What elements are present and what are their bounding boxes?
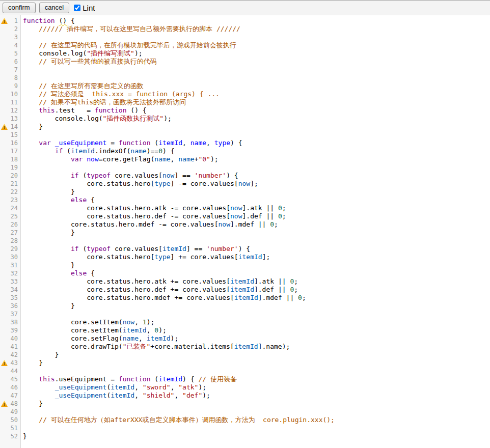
code-text — [20, 408, 490, 416]
line-number: 24 — [9, 204, 20, 212]
code-line[interactable]: 19 — [0, 163, 490, 172]
code-line[interactable]: 12 this.test = function () { — [0, 106, 490, 115]
warning-triangle-icon[interactable] — [1, 401, 8, 407]
code-line[interactable]: 14 } — [0, 123, 490, 131]
code-line[interactable]: 5 console.log("插件编写测试"); — [0, 49, 490, 58]
gutter-marker — [0, 375, 9, 383]
code-text: _useEquipment(itemId, "shield", "def"); — [20, 391, 490, 400]
line-number: 29 — [9, 245, 20, 253]
code-line[interactable]: 37 — [0, 310, 490, 318]
confirm-button[interactable]: confirm — [3, 3, 36, 13]
line-number: 46 — [9, 383, 20, 391]
code-line[interactable]: 10 // 写法必须是 this.xxx = function (args) {… — [0, 90, 490, 98]
code-text — [20, 310, 490, 318]
code-text: } — [20, 432, 490, 440]
warning-triangle-icon[interactable] — [1, 18, 8, 24]
line-number: 26 — [9, 220, 20, 229]
code-line[interactable]: 17 if (itemId.indexOf(name)==0) { — [0, 147, 490, 155]
line-number: 51 — [9, 424, 20, 432]
code-line[interactable]: 7 — [0, 66, 490, 74]
code-line[interactable]: 48 } — [0, 400, 490, 408]
code-line[interactable]: 21 core.status.hero[type] -= core.values… — [0, 180, 490, 188]
gutter-marker — [0, 212, 9, 220]
gutter-marker — [0, 139, 9, 147]
code-line[interactable]: 28 — [0, 237, 490, 245]
code-line[interactable]: 49 — [0, 408, 490, 416]
code-text: } — [20, 188, 490, 196]
code-line[interactable]: 18 var now=core.getFlag(name, name+"0"); — [0, 155, 490, 163]
lint-warning-marker[interactable] — [0, 123, 9, 131]
line-number: 3 — [9, 33, 20, 41]
gutter-marker — [0, 302, 9, 310]
code-line[interactable]: 47 _useEquipment(itemId, "shield", "def"… — [0, 391, 490, 400]
gutter-marker — [0, 196, 9, 204]
code-line[interactable]: 33 core.status.hero.atk += core.values[i… — [0, 277, 490, 286]
code-line[interactable]: 44 — [0, 367, 490, 375]
code-line[interactable]: 25 core.status.hero.def -= core.values[n… — [0, 212, 490, 220]
gutter-marker — [0, 391, 9, 400]
warning-triangle-icon[interactable] — [1, 124, 8, 130]
code-line[interactable]: 35 core.status.hero.mdef += core.values[… — [0, 294, 490, 302]
code-text: core.setItem(now, 1); — [20, 318, 490, 326]
lint-warning-marker[interactable] — [0, 400, 9, 408]
warning-triangle-icon[interactable] — [1, 360, 8, 366]
code-line[interactable]: 41 core.drawTip("已装备"+core.material.item… — [0, 343, 490, 351]
code-line[interactable]: 34 core.status.hero.def += core.values[i… — [0, 286, 490, 294]
code-text — [20, 424, 490, 432]
code-text: core.status.hero[type] -= core.values[no… — [20, 180, 490, 188]
code-line[interactable]: 26 core.status.hero.mdef -= core.values[… — [0, 220, 490, 229]
code-line[interactable]: 45 this.useEquipment = function (itemId)… — [0, 375, 490, 383]
code-line[interactable]: 20 if (typeof core.values[now] == 'numbe… — [0, 172, 490, 180]
gutter-marker — [0, 147, 9, 155]
line-number: 39 — [9, 326, 20, 334]
line-number: 21 — [9, 180, 20, 188]
line-number: 43 — [9, 359, 20, 367]
code-line[interactable]: 8 — [0, 74, 490, 82]
code-line[interactable]: 32 else { — [0, 269, 490, 277]
code-line[interactable]: 1function () { — [0, 17, 490, 25]
code-line[interactable]: 43 } — [0, 359, 490, 367]
line-number: 41 — [9, 343, 20, 351]
code-line[interactable]: 16 var _useEquipment = function (itemId,… — [0, 139, 490, 147]
gutter-marker — [0, 326, 9, 334]
gutter-marker — [0, 416, 9, 424]
code-text: console.log("插件函数执行测试"); — [20, 115, 490, 123]
code-line[interactable]: 51 — [0, 424, 490, 432]
code-text: var _useEquipment = function (itemId, na… — [20, 139, 490, 147]
code-line[interactable]: 23 else { — [0, 196, 490, 204]
code-line[interactable]: 2 ////// 插件编写，可以在这里写自己额外需要执行的脚本 ////// — [0, 25, 490, 33]
lint-warning-marker[interactable] — [0, 359, 9, 367]
code-line[interactable]: 11 // 如果不写this的话，函数将无法被外部所访问 — [0, 98, 490, 106]
lint-checkbox[interactable] — [74, 5, 80, 11]
code-line[interactable]: 4 // 在这里写的代码，在所有模块加载完毕后，游戏开始前会被执行 — [0, 41, 490, 49]
code-line[interactable]: 22 } — [0, 188, 490, 196]
code-line[interactable]: 24 core.status.hero.atk -= core.values[n… — [0, 204, 490, 212]
cancel-button[interactable]: cancel — [39, 3, 70, 13]
code-line[interactable]: 46 _useEquipment(itemId, "sword", "atk")… — [0, 383, 490, 391]
code-line[interactable]: 6 // 可以写一些其他的被直接执行的代码 — [0, 58, 490, 66]
line-number: 15 — [9, 131, 20, 139]
code-line[interactable]: 40 core.setFlag(name, itemId); — [0, 334, 490, 343]
code-line[interactable]: 52} — [0, 432, 490, 440]
code-text: } — [20, 229, 490, 237]
code-line[interactable]: 3 — [0, 33, 490, 41]
code-text: core.status.hero.atk += core.values[item… — [20, 277, 490, 286]
code-text: this.useEquipment = function (itemId) { … — [20, 375, 490, 383]
code-line[interactable]: 29 if (typeof core.values[itemId] == 'nu… — [0, 245, 490, 253]
code-line[interactable]: 39 core.setItem(itemId, 0); — [0, 326, 490, 334]
line-number: 22 — [9, 188, 20, 196]
code-line[interactable]: 9 // 在这里写所有需要自定义的函数 — [0, 82, 490, 90]
code-line[interactable]: 27 } — [0, 229, 490, 237]
code-line[interactable]: 30 core.status.hero[type] += core.values… — [0, 253, 490, 261]
code-line[interactable]: 13 console.log("插件函数执行测试"); — [0, 115, 490, 123]
line-number: 2 — [9, 25, 20, 33]
code-editor[interactable]: 1function () {2 ////// 插件编写，可以在这里写自己额外需要… — [0, 15, 490, 448]
code-line[interactable]: 38 core.setItem(now, 1); — [0, 318, 490, 326]
code-line[interactable]: 42 } — [0, 351, 490, 359]
gutter-marker — [0, 245, 9, 253]
code-line[interactable]: 50 // 可以在任何地方（如afterXXX或自定义脚本事件）调用函数，方法为… — [0, 416, 490, 424]
code-line[interactable]: 31 } — [0, 261, 490, 269]
lint-warning-marker[interactable] — [0, 17, 9, 25]
code-line[interactable]: 36 } — [0, 302, 490, 310]
code-line[interactable]: 15 — [0, 131, 490, 139]
